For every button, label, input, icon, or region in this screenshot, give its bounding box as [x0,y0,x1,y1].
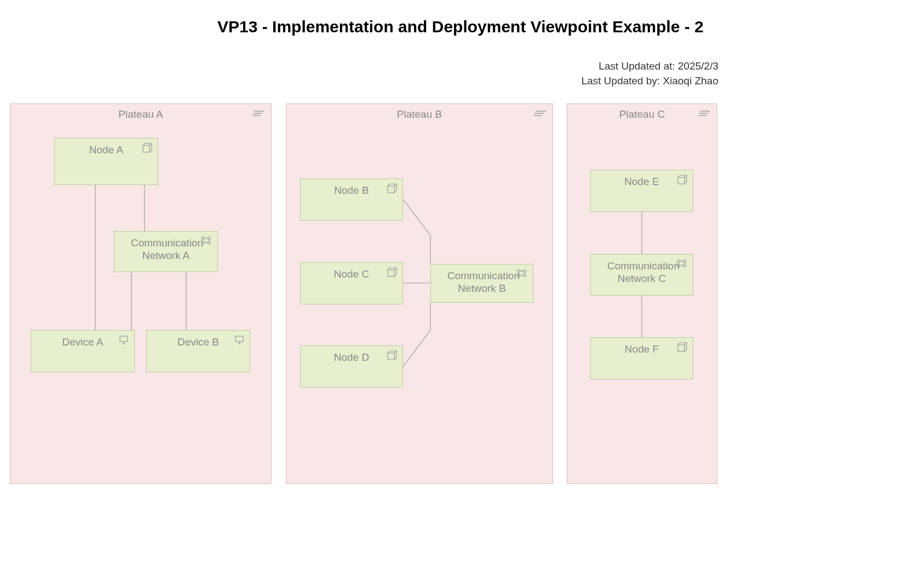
svg-rect-16 [143,146,149,152]
node-c[interactable]: Node C [300,262,403,304]
svg-rect-36 [388,353,394,360]
svg-rect-26 [120,336,128,342]
node-a[interactable]: Node A [54,138,158,185]
node-e[interactable]: Node E [590,170,693,212]
svg-point-39 [523,270,526,273]
svg-rect-32 [388,186,394,193]
svg-point-20 [202,241,205,244]
node-icon [387,267,397,279]
device-b[interactable]: Device B [146,330,250,372]
node-icon [142,143,152,155]
svg-point-19 [208,237,211,240]
node-f[interactable]: Node F [590,337,693,379]
svg-point-38 [517,270,520,273]
network-icon [201,236,212,247]
plateau-a-label: Plateau A [10,108,271,120]
plateau-c-label: Plateau C [567,108,717,120]
svg-point-50 [677,264,680,267]
svg-rect-34 [388,270,394,276]
node-b[interactable]: Node B [300,178,403,221]
svg-rect-46 [678,177,684,184]
node-icon [677,342,687,354]
device-a[interactable]: Device A [31,330,135,372]
plateau-icon [252,109,264,119]
network-icon [676,259,687,270]
node-icon [387,183,397,195]
node-d[interactable]: Node D [300,345,403,388]
node-icon [387,350,397,362]
svg-point-48 [677,260,680,263]
device-icon [119,335,129,347]
svg-rect-29 [235,336,243,342]
svg-point-51 [683,264,686,267]
comm-network-b[interactable]: Communication Network B [430,264,533,303]
network-icon [516,269,527,280]
svg-point-21 [208,241,211,244]
plateau-icon [534,109,546,119]
plateau-icon [698,109,710,119]
svg-point-49 [683,260,686,263]
device-icon [234,335,244,347]
svg-point-18 [202,237,205,240]
diagram-canvas: Plateau A Plateau B Plateau C [0,0,921,588]
plateau-b-label: Plateau B [286,108,552,120]
svg-line-17 [149,143,152,146]
svg-rect-56 [678,345,684,351]
svg-point-40 [517,274,520,277]
svg-point-41 [523,274,526,277]
node-icon [677,175,687,187]
comm-network-c[interactable]: Communication Network C [590,254,693,296]
comm-network-a[interactable]: Communication Network A [114,231,218,272]
